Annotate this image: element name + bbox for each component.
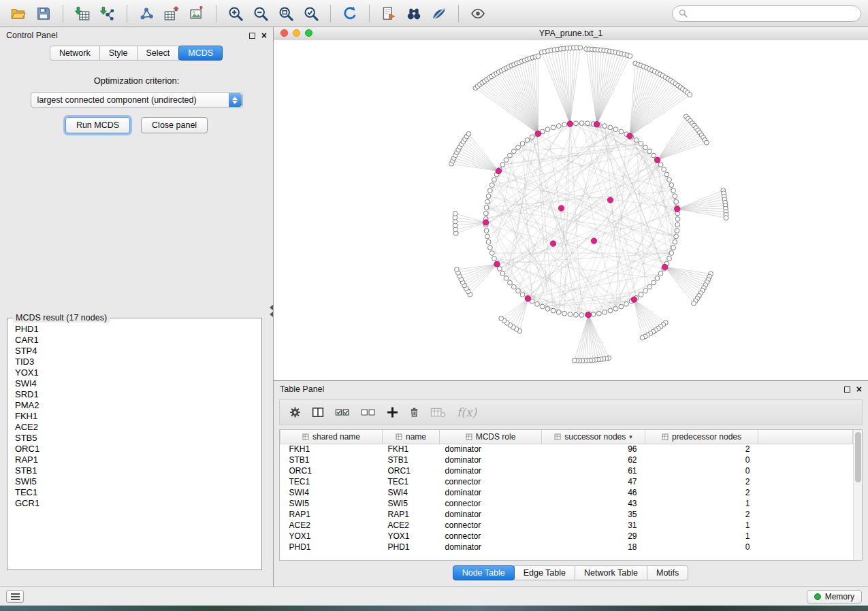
table-cell[interactable]: FKH1 [383, 444, 440, 455]
table-panel-close-button[interactable]: × [856, 386, 862, 393]
table-cell[interactable]: dominator [440, 444, 542, 455]
table-scrollbar[interactable] [853, 430, 862, 560]
table-panel-float-button[interactable] [844, 386, 850, 393]
table-row[interactable]: YOX1YOX1connector291 [280, 531, 853, 542]
table-row[interactable]: SWI4SWI4dominator462 [280, 487, 853, 498]
mcds-result-item[interactable]: SWI4 [15, 378, 254, 389]
add-column-icon[interactable] [387, 406, 398, 418]
table-cell[interactable]: 0 [645, 465, 758, 476]
table-cell[interactable]: 18 [542, 542, 645, 552]
table-cell[interactable]: 46 [542, 487, 645, 498]
delete-column-icon[interactable] [409, 406, 419, 418]
table-row[interactable]: ACE2ACE2connector311 [280, 520, 853, 531]
table-cell[interactable]: dominator [440, 455, 542, 465]
panel-close-button[interactable]: × [261, 32, 267, 39]
window-minimize-button[interactable] [293, 29, 300, 37]
table-cell[interactable]: YOX1 [383, 531, 440, 542]
function-builder-icon[interactable]: f(x) [457, 406, 477, 419]
table-cell[interactable]: dominator [440, 465, 542, 476]
column-header-predecessor-nodes[interactable]: predecessor nodes [645, 430, 758, 444]
mcds-result-item[interactable]: SRD1 [15, 389, 254, 400]
mcds-result-item[interactable]: SWI5 [15, 476, 254, 487]
table-cell[interactable]: 35 [542, 509, 645, 520]
table-cell[interactable]: PHD1 [383, 542, 440, 552]
table-cell[interactable]: ACE2 [383, 520, 440, 531]
criterion-dropdown[interactable]: largest connected component (undirected) [31, 92, 243, 108]
table-row[interactable]: FKH1FKH1dominator962 [280, 444, 853, 455]
table-cell[interactable]: 96 [542, 444, 645, 455]
mcds-result-item[interactable]: STB1 [15, 465, 254, 476]
export-table-icon[interactable] [160, 4, 183, 23]
table-cell[interactable]: FKH1 [280, 444, 383, 455]
close-panel-button[interactable]: Close panel [141, 117, 208, 133]
mcds-result-item[interactable]: YOX1 [15, 367, 254, 378]
tab-mcds[interactable]: MCDS [178, 46, 223, 61]
table-cell[interactable]: STB1 [280, 455, 383, 465]
zoom-out-icon[interactable] [249, 4, 272, 23]
binoculars-icon[interactable] [402, 4, 425, 23]
mcds-result-item[interactable]: STB5 [15, 433, 254, 444]
show-columns-icon[interactable] [312, 406, 324, 418]
table-row[interactable]: RAP1RAP1dominator352 [280, 509, 853, 520]
table-cell[interactable]: RAP1 [280, 509, 383, 520]
delete-table-icon[interactable] [430, 406, 446, 418]
select-all-columns-icon[interactable] [335, 406, 350, 418]
column-header-shared-name[interactable]: shared name [280, 430, 383, 444]
table-cell[interactable]: 2 [645, 487, 758, 498]
table-cell[interactable]: YOX1 [280, 531, 383, 542]
table-cell[interactable]: TEC1 [280, 476, 383, 487]
mcds-result-item[interactable]: PMA2 [15, 400, 254, 411]
table-cell[interactable]: ACE2 [280, 520, 383, 531]
mcds-result-item[interactable]: RAP1 [15, 455, 254, 465]
table-cell[interactable]: connector [440, 476, 542, 487]
mcds-result-item[interactable]: GCR1 [15, 498, 254, 509]
table-cell[interactable]: 29 [542, 531, 645, 542]
unselect-all-columns-icon[interactable] [361, 406, 376, 418]
table-row[interactable]: SWI5SWI5connector431 [280, 498, 853, 509]
table-row[interactable]: STB1STB1dominator620 [280, 455, 853, 465]
network-window-titlebar[interactable]: YPA_prune.txt_1 [274, 27, 868, 39]
table-cell[interactable]: dominator [440, 542, 542, 552]
table-cell[interactable]: 0 [645, 542, 758, 552]
table-scrollbar-thumb[interactable] [855, 432, 861, 482]
settings-gear-icon[interactable] [289, 406, 301, 418]
window-close-button[interactable] [280, 29, 288, 37]
tab-select[interactable]: Select [137, 46, 180, 61]
table-cell[interactable]: 2 [645, 476, 758, 487]
table-cell[interactable]: ORC1 [383, 465, 440, 476]
mcds-result-item[interactable]: ORC1 [15, 444, 254, 455]
mcds-result-item[interactable]: PHD1 [15, 324, 254, 335]
table-row[interactable]: TEC1TEC1connector472 [280, 476, 853, 487]
network-canvas[interactable] [274, 39, 868, 380]
table-cell[interactable]: 31 [542, 520, 645, 531]
table-cell[interactable]: 1 [645, 520, 758, 531]
table-cell[interactable]: SWI5 [383, 498, 440, 509]
import-network-icon[interactable] [96, 4, 119, 23]
table-cell[interactable]: TEC1 [383, 476, 440, 487]
table-cell[interactable]: connector [440, 531, 542, 542]
open-folder-icon[interactable] [7, 4, 30, 23]
tab-edge-table[interactable]: Edge Table [514, 565, 575, 580]
network-graph[interactable] [274, 39, 868, 380]
export-network-icon[interactable] [135, 4, 158, 23]
eye-icon[interactable] [466, 4, 489, 23]
table-cell[interactable]: STB1 [383, 455, 440, 465]
table-cell[interactable]: 47 [542, 476, 645, 487]
column-header-MCDS-role[interactable]: MCDS role [440, 430, 542, 444]
memory-button[interactable]: Memory [807, 590, 862, 604]
mcds-result-item[interactable]: TID3 [15, 357, 254, 367]
mcds-result-item[interactable]: CAR1 [15, 335, 254, 346]
window-zoom-button[interactable] [305, 29, 312, 37]
mcds-result-item[interactable]: FKH1 [15, 411, 254, 422]
tab-network[interactable]: Network [50, 46, 100, 61]
refresh-icon[interactable] [338, 4, 361, 23]
column-header-successor-nodes[interactable]: successor nodes▾ [542, 430, 645, 444]
table-cell[interactable]: connector [440, 498, 542, 509]
table-cell[interactable]: 61 [542, 465, 645, 476]
table-cell[interactable]: 1 [645, 498, 758, 509]
search-field[interactable] [672, 5, 861, 22]
table-cell[interactable]: 2 [645, 444, 758, 455]
table-cell[interactable]: SWI4 [383, 487, 440, 498]
zoom-selected-icon[interactable] [300, 4, 323, 23]
mark-selection-icon[interactable] [428, 4, 451, 23]
